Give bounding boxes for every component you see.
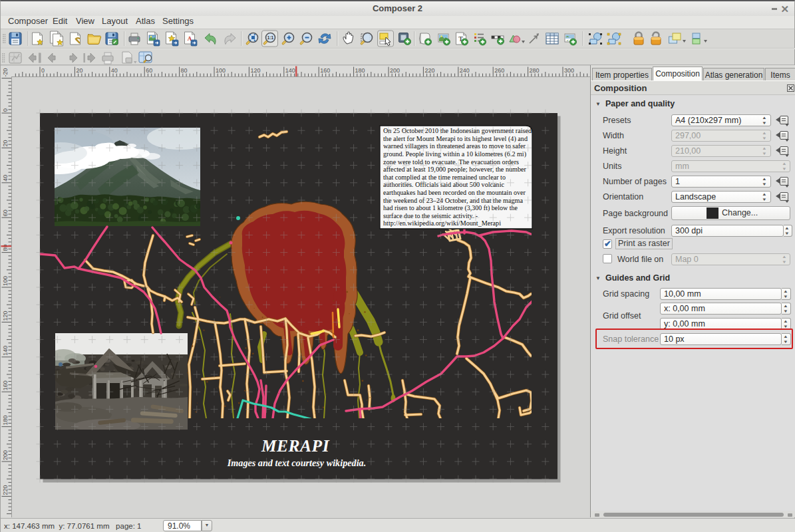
svg-text:http://en.wikipedia.org/wiki/M: http://en.wikipedia.org/wiki/Mount_Merap… bbox=[383, 219, 501, 227]
svg-text:60: 60 bbox=[2, 209, 9, 216]
svg-text:warned villagers in threatened: warned villagers in threatened areas to … bbox=[383, 142, 526, 150]
svg-text:earthquakes had been recorded: earthquakes had been recorded on the mou… bbox=[383, 189, 526, 196]
svg-text:120: 120 bbox=[2, 311, 9, 321]
svg-text:ground. People living within a: ground. People living within a 10 kilome… bbox=[383, 150, 526, 158]
svg-text:On 25 October 2010 the Indones: On 25 October 2010 the Indonesian govern… bbox=[383, 127, 532, 134]
svg-text:280: 280 bbox=[530, 67, 540, 74]
svg-text:0: 0 bbox=[41, 67, 45, 74]
svg-text:100: 100 bbox=[2, 276, 9, 286]
svg-text:200: 200 bbox=[2, 450, 9, 460]
svg-text:160: 160 bbox=[320, 67, 330, 74]
svg-text:MERAPI: MERAPI bbox=[261, 436, 330, 456]
svg-text:220: 220 bbox=[424, 67, 434, 74]
svg-text:affected at least 19,000 peopl: affected at least 19,000 people; however… bbox=[383, 166, 526, 173]
svg-text:20: 20 bbox=[2, 140, 9, 146]
svg-text:120: 120 bbox=[250, 67, 260, 74]
svg-text:180: 180 bbox=[355, 67, 365, 74]
svg-text:240: 240 bbox=[460, 67, 470, 74]
svg-text:zone were told to evacuate. Th: zone were told to evacuate. The evacuati… bbox=[383, 158, 519, 166]
svg-text:that complied at the time rema: that complied at the time remained uncle… bbox=[383, 174, 506, 181]
svg-text:1:1: 1:1 bbox=[267, 35, 274, 40]
svg-text:300: 300 bbox=[564, 67, 574, 74]
svg-text:140: 140 bbox=[285, 67, 295, 74]
svg-text:-20: -20 bbox=[2, 68, 9, 77]
svg-text:Images and text courtesy wikip: Images and text courtesy wikipedia. bbox=[227, 458, 366, 468]
svg-text:220: 220 bbox=[2, 485, 9, 495]
svg-text:had risen to about 1 kilometre: had risen to about 1 kilometre (3,300 ft… bbox=[383, 204, 518, 212]
svg-text:260: 260 bbox=[494, 67, 504, 74]
svg-text:60: 60 bbox=[146, 67, 152, 74]
svg-text:180: 180 bbox=[2, 416, 9, 426]
svg-text:160: 160 bbox=[2, 380, 9, 390]
svg-text:surface due to the seismic act: surface due to the seismic activity. - bbox=[383, 212, 478, 219]
svg-text:0: 0 bbox=[2, 108, 9, 112]
svg-text:80: 80 bbox=[181, 67, 188, 74]
svg-text:the alert for Mount Merapi to: the alert for Mount Merapi to its highes… bbox=[383, 135, 528, 143]
svg-text:200: 200 bbox=[390, 67, 400, 74]
svg-text:20: 20 bbox=[76, 67, 82, 74]
svg-text:140: 140 bbox=[2, 346, 9, 356]
svg-text:40: 40 bbox=[2, 175, 9, 182]
svg-text:40: 40 bbox=[111, 67, 118, 74]
svg-text:authorities. Officials said ab: authorities. Officials said about 500 vo… bbox=[383, 181, 504, 188]
svg-text:100: 100 bbox=[216, 67, 226, 74]
